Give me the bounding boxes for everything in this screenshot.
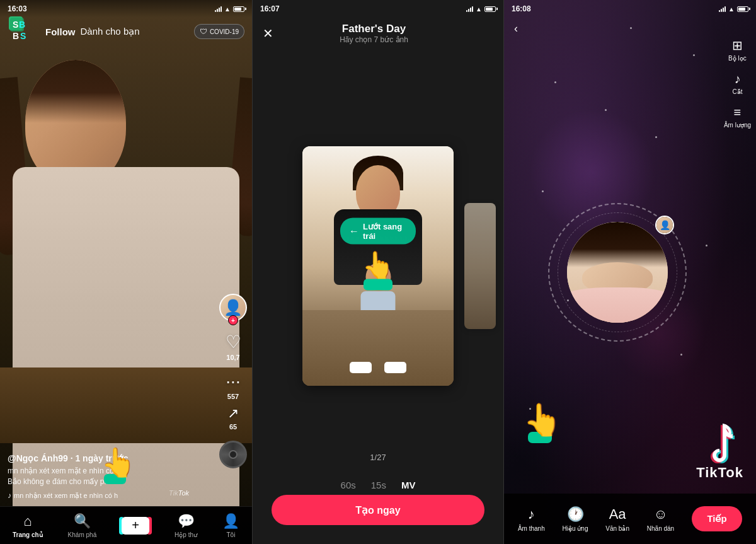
cut-label: Cắt [732,88,742,95]
home-icon: ⌂ [23,513,32,530]
arrow-left-icon: ← [349,225,359,236]
wifi-icon-2: ▲ [476,6,482,13]
stickers-tool[interactable]: ☺ Nhãn dán [647,506,674,532]
tiktok-logo-svg [698,420,742,468]
battery-icon-3 [737,6,748,12]
panel2-header: ✕ Father's Day Hãy chọn 7 bức ảnh [253,18,503,49]
video-content [0,41,252,506]
text-icon: Aa [609,506,626,523]
hand-gesture-p3: 👆 [523,402,562,443]
photo-shoes [350,362,406,373]
hand-icon-p3: 👆 [523,402,562,438]
create-button[interactable]: + [122,517,149,535]
duration-mv[interactable]: MV [401,480,416,490]
right-toolbar: ⊞ Bộ lọc ♪ Cắt ≡ Âm lượng [724,38,751,129]
hand-gesture-overlay: 👆 [101,446,136,484]
follow-plus-badge: + [228,315,238,325]
effects-tool[interactable]: 🕐 Hiệu ứng [563,506,588,532]
volume-tool[interactable]: ≡ Âm lượng [724,105,751,129]
bottom-edit-toolbar: ♪ Âm thanh 🕐 Hiệu ứng Aa Văn bản ☺ Nhãn … [504,494,756,544]
time-display: 16:03 [8,4,27,13]
time-display-3: 16:08 [512,4,531,13]
tiktok-logo-area: TikTok [696,420,743,481]
comment-count: 557 [227,393,239,400]
teal-hand-base [364,279,392,290]
sound-label: Âm thanh [518,525,545,532]
close-button[interactable]: ✕ [263,26,273,41]
girl-hair [567,222,668,267]
plus-icon: + [122,517,149,535]
cut-tool[interactable]: ♪ Cắt [732,72,742,95]
mini-avatar[interactable]: 👤 [655,216,674,234]
bottom-navigation: ⌂ Trang chủ 🔍 Khám phá + 💬 Hộp thư 👤 Tôi [0,506,252,544]
shoe-left [350,362,372,373]
comment-icon: ··· [226,371,240,391]
follow-button[interactable]: Follow [45,26,76,37]
wifi-icon: ▲ [224,6,231,13]
svg-text:B: B [19,20,25,30]
like-button[interactable]: ♡ 10,7 [226,332,241,361]
volume-icon: ≡ [734,105,742,120]
heart-icon: ♡ [226,332,241,352]
panel-fathers-day: 16:07 ▲ ✕ Father's Day Hãy chọn 7 bức ản… [252,0,504,544]
svg-text:S: S [13,20,18,30]
comment-button[interactable]: ··· 557 [226,371,240,400]
panel-tiktok-edit: 16:08 ▲ ‹ ⊞ Bộ lọc ♪ Cắt ≡ Âm lượn [504,0,756,544]
creator-avatar[interactable]: 👤 + [219,294,247,321]
cut-icon: ♪ [734,72,740,86]
main-photo-card[interactable]: ← Lướt sang trái 👆 [302,146,454,386]
text-label: Văn bản [605,525,629,532]
share-icon: ↗ [227,405,239,422]
filter-tool[interactable]: ⊞ Bộ lọc [728,38,747,62]
signal-icon-3 [719,6,726,12]
nav-explore[interactable]: 🔍 Khám phá [68,513,97,538]
nav-home[interactable]: ⌂ Trang chủ [13,513,43,538]
music-disc[interactable] [219,441,247,468]
duration-selector: 60s 15s MV [253,480,503,490]
swipe-gesture: ← Lướt sang trái 👆 [340,217,416,290]
duration-15s[interactable]: 15s [371,480,386,490]
sound-tool[interactable]: ♪ Âm thanh [518,506,545,532]
covid-badge[interactable]: 🛡 COVID-19 [194,24,244,39]
effects-icon: 🕐 [567,506,584,523]
sparkle-8 [680,354,682,356]
photo-display-area: ← Lướt sang trái 👆 [253,69,503,462]
panel-tiktok-feed: 16:03 ▲ S B B [0,0,252,544]
hair-top [25,60,126,123]
music-note-icon: ♪ [8,491,11,500]
hand-gesture-icon: 👆 [362,249,394,280]
app-logo: S B B S [8,15,40,48]
top-navigation: S B B S Follow Dành cho bạn 🛡 COVID-19 [0,18,252,45]
share-count: 65 [229,423,237,431]
action-buttons: 👤 + ♡ 10,7 ··· 557 ↗ 65 [219,294,247,468]
inbox-icon: 💬 [178,513,195,530]
status-icons-2: ▲ [466,6,496,13]
nav-explore-label: Khám phá [68,531,97,538]
share-button[interactable]: ↗ 65 [227,405,239,431]
effects-label: Hiệu ứng [563,525,588,532]
girl-shoulder [567,287,668,323]
back-button[interactable]: ‹ [514,22,518,35]
time-display-2: 16:07 [260,4,280,13]
sparkle-7 [605,109,607,111]
duration-60s[interactable]: 60s [341,480,356,490]
status-bar-2: 16:07 ▲ [253,0,503,18]
girl-face [567,222,668,323]
text-tool[interactable]: Aa Văn bản [605,506,629,532]
for-you-tab[interactable]: Dành cho bạn [81,26,189,37]
nav-home-label: Trang chủ [13,531,43,538]
next-button[interactable]: Tiếp [692,506,742,531]
nav-inbox[interactable]: 💬 Hộp thư [175,513,197,538]
mini-avatar-image: 👤 [656,217,673,233]
nav-profile[interactable]: 👤 Tôi [222,513,239,538]
signal-icon-2 [466,6,473,12]
side-photo-preview[interactable] [464,203,496,329]
nav-create[interactable]: + [122,517,149,535]
search-icon: 🔍 [74,513,91,530]
select-photos-subtitle: Hãy chọn 7 bức ảnh [340,35,408,44]
like-count: 10,7 [226,354,239,361]
photo-floor [302,310,454,386]
profile-circle [567,222,668,323]
hand-pointer-icon: 👆 [101,446,136,479]
create-now-button[interactable]: Tạo ngay [272,495,484,525]
